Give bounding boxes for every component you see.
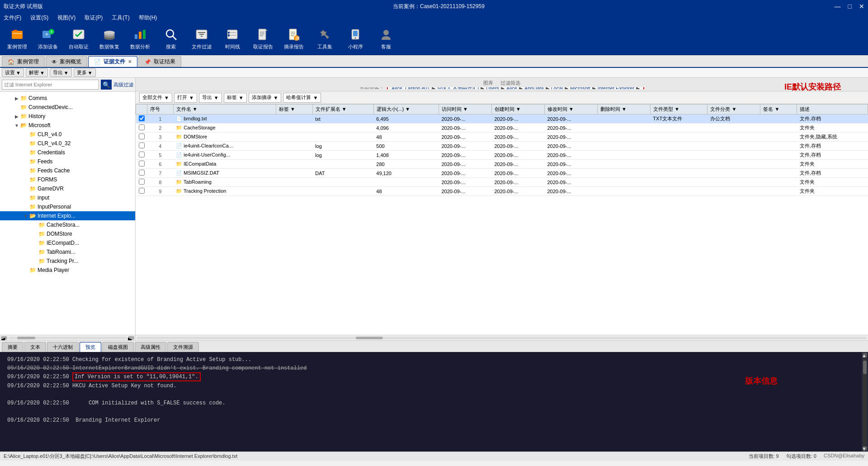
adv-attr-tab[interactable]: 高级属性 [135, 342, 166, 352]
hash-calc-dropdown[interactable]: 哈希值计算 ▼ [283, 93, 321, 103]
tree-item-mediaplayer[interactable]: 📁 Media Player [0, 266, 135, 275]
tree-item-ie[interactable]: ▼ 📂 Internet Explo... [0, 211, 135, 220]
tree-item-feedscache[interactable]: 📁 Feeds Cache [0, 166, 135, 175]
window-controls[interactable]: — □ ✕ [835, 3, 864, 10]
disk-view-tab[interactable]: 磁盘视图 [102, 342, 134, 352]
case-mgmt-tab[interactable]: 🏠 案例管理 [2, 56, 45, 67]
th-filetype[interactable]: 文件类型 ▼ [650, 105, 708, 114]
tree-item-iecompat[interactable]: 📁 IECompatD... [0, 238, 135, 247]
evidence-file-close[interactable]: ✕ [128, 59, 132, 64]
table-row[interactable]: 1 📄 brndlog.txt txt 6,495 2020-09-... 20… [136, 114, 868, 124]
decode-btn[interactable]: 解密 ▼ [26, 68, 48, 77]
open-dropdown[interactable]: 打开 ▼ [174, 93, 197, 103]
tree-item-comms[interactable]: ▶ 📁 Comms [0, 94, 135, 103]
th-category[interactable]: 文件分类 ▼ [708, 105, 760, 114]
row-checkbox[interactable] [136, 169, 147, 178]
left-scroll-left-btn[interactable]: ◀ [1, 336, 7, 340]
left-scroll-thumb[interactable] [17, 337, 35, 339]
preview-scroll-down[interactable]: ▼ [863, 446, 867, 451]
th-filename[interactable]: 文件名 ▼ [173, 105, 276, 114]
th-access[interactable]: 访问时间 ▼ [439, 105, 491, 114]
tree-item-history[interactable]: ▶ 📁 History [0, 112, 135, 121]
tree-item-feeds[interactable]: 📁 Feeds [0, 157, 135, 166]
row-checkbox[interactable] [136, 124, 147, 133]
path-alice[interactable]: Alice [506, 87, 517, 89]
hex-tab[interactable]: 十六进制 [47, 342, 79, 352]
summary-tab[interactable]: 摘要 [2, 342, 24, 352]
tree-item-clr4-32[interactable]: 📁 CLR_v4.0_32 [0, 139, 135, 148]
file-source-tab[interactable]: 文件溯源 [167, 342, 199, 352]
maximize-btn[interactable]: □ [848, 3, 852, 10]
preview-scroll-up[interactable]: ▲ [863, 353, 867, 357]
tree-item-forms[interactable]: 📁 FORMS [0, 175, 135, 184]
preview-vscroll[interactable]: ▲ ▼ [862, 352, 868, 452]
preview-scroll-track[interactable] [863, 358, 867, 445]
collect-report-btn[interactable]: 摘 摘录报告 [280, 25, 307, 52]
table-scroll-track[interactable] [137, 337, 867, 339]
table-row[interactable]: 4 📄 ie4uinit-ClearIconCa... log 500 2020… [136, 142, 868, 151]
tree-item-clr4[interactable]: 📁 CLR_v4.0 [0, 130, 135, 139]
case-overview-tab[interactable]: 👁 案例概览 [46, 56, 87, 67]
path-ie[interactable]: Internet Explorer [598, 87, 634, 89]
export-sec-btn[interactable]: 导出 ▼ [50, 68, 72, 77]
ie-toggle[interactable]: ▼ [23, 214, 29, 219]
row-checkbox[interactable] [136, 133, 147, 142]
comms-toggle[interactable]: ▶ [14, 96, 20, 101]
tree-item-domstore[interactable]: 📁 DOMStore [0, 229, 135, 238]
timeline-btn[interactable]: 时间线 [219, 25, 246, 52]
add-device-btn[interactable]: ++ 添加设备 [34, 25, 61, 52]
case-mgmt-btn[interactable]: 案例管理 [4, 25, 31, 52]
mini-prog-btn[interactable]: 小程序 [342, 25, 369, 52]
table-row[interactable]: 3 📁 DOMStore 48 2020-09-... 2020-09-... … [136, 133, 868, 142]
menu-tools[interactable]: 工具(T) [112, 14, 129, 22]
th-desc[interactable]: 描述 [797, 105, 868, 114]
data-recover-btn[interactable]: 数据恢复 [96, 25, 123, 52]
text-tab[interactable]: 文本 [24, 342, 46, 352]
row-checkbox[interactable] [136, 187, 147, 196]
search-input[interactable] [2, 80, 99, 90]
extract-result-tab[interactable]: 📌 取证结果 [138, 56, 181, 67]
th-num[interactable]: 序号 [147, 105, 174, 114]
tree-item-connecteddevices[interactable]: 📁 ConnectedDevic... [0, 103, 135, 112]
tag-dropdown[interactable]: 标签 ▼ [224, 93, 247, 103]
history-toggle[interactable]: ▶ [14, 114, 20, 119]
row-checkbox[interactable] [136, 114, 147, 124]
tree-item-credentials[interactable]: 📁 Credentials [0, 148, 135, 157]
data-analyze-btn[interactable]: 数据分析 [127, 25, 154, 52]
tree-item-cachestorage[interactable]: 📁 CacheStora... [0, 220, 135, 229]
row-checkbox[interactable] [136, 142, 147, 151]
tree-item-trackingpr[interactable]: 📁 Tracking Pr... [0, 257, 135, 266]
th-modified[interactable]: 修改时间 ▼ [544, 105, 597, 114]
menu-view[interactable]: 视图(V) [57, 14, 75, 22]
left-scroll-right-btn[interactable]: ▶ [128, 336, 134, 340]
th-ext[interactable]: 文件扩展名 ▼ [312, 105, 373, 114]
left-hscroll[interactable]: ◀ ▶ [0, 335, 135, 340]
path-appdata[interactable]: AppData [524, 87, 544, 89]
row-checkbox[interactable] [136, 178, 147, 187]
path-alice-laptop[interactable]: Alice_Laptop.e01 [392, 87, 430, 89]
table-row[interactable]: 6 📁 IECompatData 280 2020-09-... 2020-09… [136, 160, 868, 169]
all-files-dropdown[interactable]: 全部文件 ▼ [139, 93, 172, 103]
table-row[interactable]: 5 📄 ie4uinit-UserConfig... log 1,408 202… [136, 151, 868, 160]
th-tag[interactable]: 标签 ▼ [276, 105, 313, 114]
more-btn[interactable]: 更多 ▼ [74, 68, 96, 77]
th-sig[interactable]: 签名 ▼ [760, 105, 797, 114]
th-deleted[interactable]: 删除时间 ▼ [597, 105, 650, 114]
tree-item-tabroaming[interactable]: 📁 TabRoami... [0, 247, 135, 257]
path-partition[interactable]: 分区3_本地磁盘[C] [437, 87, 479, 89]
tools-btn[interactable]: 工具集 [311, 25, 338, 52]
search-btn[interactable]: 搜索 [157, 25, 184, 52]
export-dropdown[interactable]: 导出 ▼ [199, 93, 222, 103]
table-row[interactable]: 9 📁 Tracking Protection 48 2020-09-... 2… [136, 187, 868, 196]
row-checkbox[interactable] [136, 160, 147, 169]
close-btn[interactable]: ✕ [859, 3, 864, 10]
menu-extract[interactable]: 取证(P) [85, 14, 103, 22]
path-local[interactable]: Local [551, 87, 563, 89]
path-microsoft[interactable]: Microsoft [570, 87, 590, 89]
menu-file[interactable]: 文件(F) [4, 14, 21, 22]
tree-item-microsoft[interactable]: ▼ 📂 Microsoft [0, 121, 135, 130]
path-users[interactable]: Users [486, 87, 499, 89]
menu-settings[interactable]: 设置(S) [30, 14, 48, 22]
tree-item-input[interactable]: 📁 input [0, 193, 135, 202]
client-btn[interactable]: 客服 [373, 25, 400, 52]
